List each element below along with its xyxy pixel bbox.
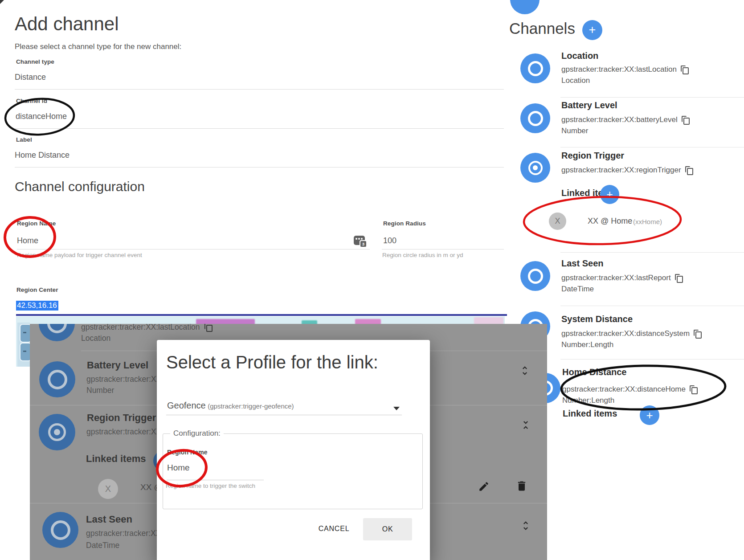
channel-title: Battery Level <box>561 100 617 110</box>
copy-icon[interactable] <box>682 116 689 124</box>
channel-id: gpstracker:tracker:XX:batteryLevel <box>561 115 678 124</box>
unfold-less-icon <box>520 419 531 431</box>
divider <box>15 89 504 90</box>
add-channel-button[interactable]: + <box>582 20 602 40</box>
corner-artifact <box>0 0 4 4</box>
profile-dialog: Select a Profile for the link: Geofence … <box>157 340 430 560</box>
plus-icon <box>23 332 26 333</box>
channel-title: Battery Level <box>87 360 148 371</box>
divider <box>560 147 744 147</box>
minus-icon <box>23 351 26 352</box>
region-center-label: Region Center <box>16 286 58 293</box>
region-name-field[interactable]: Home <box>167 463 190 473</box>
channel-id-label: Channel id <box>16 98 47 104</box>
channel-icon-last-seen <box>42 512 78 548</box>
divider <box>560 359 744 360</box>
profile-hint: (gpstracker:trigger-geofence) <box>208 402 294 410</box>
radio-icon <box>528 161 543 175</box>
channel-title: System Distance <box>561 314 633 324</box>
add-link-button[interactable]: + <box>640 405 659 425</box>
region-name-label: Region Name <box>167 449 208 456</box>
channel-type: Location <box>561 76 590 85</box>
copy-icon <box>204 324 212 331</box>
channel-icon-battery <box>39 361 75 397</box>
region-center-field[interactable]: 42.53,16.16 <box>16 301 58 310</box>
channel-type-field[interactable]: Distance <box>15 73 46 82</box>
ok-button[interactable]: OK <box>363 518 412 540</box>
channel-id-row: gpstracker:tracker:XX:regionTrigger <box>561 166 693 175</box>
page: Add channel Please select a channel type… <box>0 0 744 560</box>
channel-icon-location <box>39 324 75 341</box>
channel-id: gpstracker:tracker:XX:lastReport <box>561 274 671 282</box>
channel-type: Number <box>561 127 588 135</box>
extension-badge: 3 <box>360 240 367 248</box>
channel-type: Number:Length <box>562 396 614 405</box>
channel-icon-last-seen <box>520 261 550 291</box>
channel-id: gpstracker:tracker:XX:distanceHome <box>562 385 686 394</box>
channels-title: Channels <box>509 20 575 37</box>
region-name-helper: Region name payload for trigger channel … <box>17 252 142 258</box>
copy-icon[interactable] <box>675 274 683 282</box>
channel-type-label: Channel type <box>16 58 54 65</box>
channel-id-row: gpstracker:tracker:XX:distanceSystem <box>561 329 701 338</box>
linked-item-label[interactable]: XX @ Home <box>588 217 632 226</box>
region-name-field[interactable]: Home <box>17 236 38 245</box>
scroll-top-fab[interactable] <box>510 0 540 14</box>
configuration-fieldset: Configuration: Region Name Home Region n… <box>163 429 423 509</box>
circle-icon <box>528 61 543 76</box>
channel-icon-region-trigger <box>39 414 75 450</box>
add-link-button[interactable]: + <box>600 185 619 204</box>
linked-items-header: Linked items <box>86 453 146 465</box>
item-avatar: X <box>98 479 118 499</box>
divider <box>560 306 744 306</box>
channel-type: DateTime <box>561 285 594 294</box>
channel-id-row: gpstracker:tracker:XX:lastLocation <box>81 324 212 332</box>
channel-id: gpstracker:tracker:XX:lastLocation <box>561 65 677 74</box>
region-radius-helper: Region circle radius in m or yd <box>382 252 463 258</box>
selected-text: 42.53,16.16 <box>16 301 58 311</box>
item-avatar: X <box>549 213 566 230</box>
channel-id: gpstracker:tracker:XX:lastLocation <box>81 324 200 332</box>
channel-type: Number:Length <box>561 340 613 349</box>
unfold-more-icon <box>520 520 531 531</box>
channel-title: Home Distance <box>562 367 627 377</box>
region-radius-label: Region Radius <box>383 220 426 227</box>
channel-id-row: gpstracker:tracker:XX:lastReport <box>561 274 683 282</box>
channel-icon-location <box>520 53 550 83</box>
label-label: Label <box>16 136 32 143</box>
cancel-button[interactable]: CANCEL <box>311 517 357 540</box>
copy-icon[interactable] <box>685 166 693 175</box>
channel-id-row: gpstracker:tracker:XX:lastLocation <box>561 65 688 74</box>
label-field[interactable]: Home Distance <box>15 151 69 160</box>
copy-icon[interactable] <box>681 65 688 74</box>
linked-items-header: Linked items <box>563 409 617 419</box>
map-control-bg <box>17 323 30 367</box>
edit-icon <box>478 481 490 492</box>
copy-icon[interactable] <box>694 330 701 338</box>
channel-type: Number <box>86 386 114 395</box>
copy-icon[interactable] <box>690 385 697 394</box>
divider <box>15 128 504 129</box>
channel-id-row: gpstracker:tracker:XX:batteryLevel <box>561 115 689 124</box>
profile-select[interactable]: Geofence (gpstracker:trigger-geofence) <box>167 401 294 411</box>
divider <box>17 249 370 249</box>
divider <box>560 97 744 98</box>
circle-icon <box>528 111 543 126</box>
region-radius-field[interactable]: 100 <box>383 236 397 245</box>
profile-value: Geofence <box>167 401 206 410</box>
plus-icon: + <box>606 188 613 201</box>
channel-id: gpstracker:tracker:XX:distanceSystem <box>561 329 690 338</box>
unfold-more-icon <box>519 365 531 376</box>
channel-title: Region Trigger <box>87 412 156 424</box>
chevron-down-icon[interactable] <box>393 407 400 410</box>
channel-id-field[interactable]: distanceHome <box>16 112 67 121</box>
channel-icon-battery <box>520 103 550 133</box>
divider <box>15 167 504 168</box>
channel-id-row: gpstracker:tracker:XX:distanceHome <box>562 385 697 394</box>
section-title: Channel configuration <box>15 179 145 194</box>
divider <box>560 252 744 253</box>
focused-underline <box>16 314 507 316</box>
channel-title: Last Seen <box>561 258 603 269</box>
form-filler-extension-icon[interactable]: 3 <box>354 236 365 245</box>
circle-icon <box>528 269 543 284</box>
